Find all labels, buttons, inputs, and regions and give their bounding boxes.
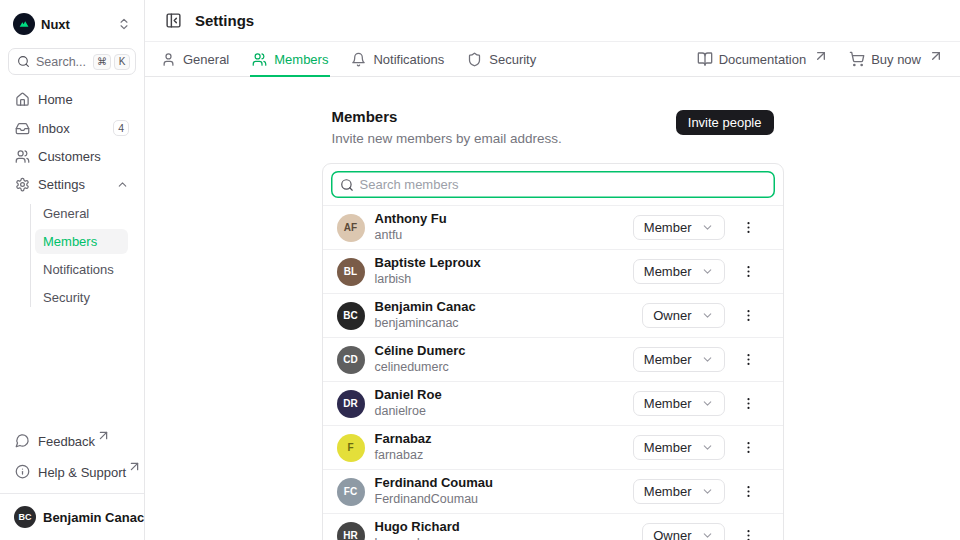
role-select[interactable]: Member — [633, 479, 725, 504]
users-icon — [252, 52, 267, 67]
app-window: Nuxt Search... ⌘K HomeInbox4CustomersSet… — [0, 0, 960, 540]
documentation-button[interactable]: Documentation — [697, 51, 829, 67]
bell-icon — [351, 52, 366, 67]
inbox-icon — [15, 121, 30, 136]
sidebar-item-inbox[interactable]: Inbox4 — [8, 115, 136, 141]
invite-people-button[interactable]: Invite people — [676, 110, 774, 135]
info-icon — [15, 464, 30, 479]
sidebar: Nuxt Search... ⌘K HomeInbox4CustomersSet… — [0, 0, 145, 540]
sidebar-item-home[interactable]: Home — [8, 87, 136, 112]
action-label: Documentation — [719, 52, 806, 67]
tab-label: Security — [489, 52, 536, 67]
sidebar-item-label: Home — [38, 92, 129, 107]
row-menu-button[interactable] — [738, 435, 760, 461]
chevron-down-icon — [701, 397, 714, 410]
member-row: DRDaniel RoedanielroeMember — [323, 382, 783, 426]
members-card: AFAnthony FuantfuMemberBLBaptiste Leprou… — [322, 163, 784, 540]
sidebar-item-general[interactable]: General — [35, 201, 128, 226]
inbox-count-badge: 4 — [113, 120, 129, 136]
kbd-key: ⌘ — [93, 54, 111, 70]
nuxt-logo-icon — [13, 13, 35, 35]
search-icon — [340, 178, 354, 192]
sidebar-item-customers[interactable]: Customers — [8, 144, 136, 169]
row-menu-button[interactable] — [738, 215, 760, 241]
role-value: Owner — [653, 308, 691, 323]
book-open-icon — [697, 51, 713, 67]
member-name: Hugo Richard — [375, 520, 460, 535]
chevron-down-icon — [701, 529, 714, 540]
settings-submenu: GeneralMembersNotificationsSecurity — [16, 201, 128, 310]
avatar: AF — [337, 214, 365, 242]
sidebar-item-settings[interactable]: Settings — [8, 172, 136, 197]
panel-left-close-icon — [165, 12, 182, 29]
user-name: Benjamin Canac — [43, 510, 144, 525]
row-menu-button[interactable] — [738, 391, 760, 417]
member-name: Ferdinand Coumau — [375, 476, 493, 491]
member-name: Daniel Roe — [375, 388, 442, 403]
member-row: FFarnabazfarnabazMember — [323, 426, 783, 470]
role-value: Member — [644, 220, 692, 235]
role-select[interactable]: Owner — [642, 523, 724, 540]
main-panel: Settings GeneralMembersNotificationsSecu… — [145, 0, 960, 540]
member-username: celinedumerc — [375, 360, 466, 375]
role-value: Member — [644, 396, 692, 411]
sidebar-item-security[interactable]: Security — [35, 285, 128, 310]
sidebar-search-button[interactable]: Search... ⌘K — [8, 48, 136, 75]
arrow-up-right-icon — [928, 48, 944, 64]
collapse-sidebar-button[interactable] — [160, 8, 186, 34]
shield-icon — [467, 52, 482, 67]
ellipsis-vertical-icon — [741, 352, 756, 367]
shopping-cart-icon — [849, 51, 865, 67]
sidebar-item-label: Customers — [38, 149, 129, 164]
buy-now-button[interactable]: Buy now — [849, 51, 944, 67]
member-row: BCBenjamin CanacbenjamincanacOwner — [323, 294, 783, 338]
tab-notifications[interactable]: Notifications — [351, 42, 444, 76]
ellipsis-vertical-icon — [741, 308, 756, 323]
member-username: hugorcd — [375, 536, 460, 540]
sidebar-item-members[interactable]: Members — [35, 229, 128, 254]
workspace-name: Nuxt — [41, 17, 111, 32]
search-placeholder: Search... — [36, 55, 87, 69]
ellipsis-vertical-icon — [741, 528, 756, 540]
sidebar-nav: HomeInbox4CustomersSettingsGeneralMember… — [8, 87, 136, 310]
avatar: CD — [337, 346, 365, 374]
row-menu-button[interactable] — [738, 523, 760, 540]
row-menu-button[interactable] — [738, 303, 760, 329]
member-row: CDCéline DumerccelinedumercMember — [323, 338, 783, 382]
tab-members[interactable]: Members — [252, 42, 328, 76]
role-select[interactable]: Member — [633, 347, 725, 372]
action-label: Buy now — [871, 52, 921, 67]
members-search-section — [323, 164, 783, 206]
role-select[interactable]: Member — [633, 259, 725, 284]
sidebar-item-notifications[interactable]: Notifications — [35, 257, 128, 282]
role-select[interactable]: Member — [633, 435, 725, 460]
row-menu-button[interactable] — [738, 259, 760, 285]
section-subtitle: Invite new members by email address. — [332, 131, 562, 146]
row-menu-button[interactable] — [738, 479, 760, 505]
kbd-key: K — [114, 54, 130, 70]
role-select[interactable]: Member — [633, 391, 725, 416]
avatar: BC — [14, 506, 36, 528]
role-value: Member — [644, 352, 692, 367]
user-menu[interactable]: BC Benjamin Canac — [8, 502, 136, 532]
tab-general[interactable]: General — [161, 42, 229, 76]
member-username: farnabaz — [375, 448, 432, 463]
tab-security[interactable]: Security — [467, 42, 536, 76]
arrow-up-right-icon — [96, 428, 111, 443]
sidebar-link-feedback[interactable]: Feedback — [8, 426, 136, 454]
workspace-switcher[interactable]: Nuxt — [8, 10, 136, 38]
page-title: Settings — [195, 12, 254, 29]
sidebar-link-help-support[interactable]: Help & Support — [8, 457, 136, 485]
role-select[interactable]: Owner — [642, 303, 724, 328]
member-name: Anthony Fu — [375, 212, 447, 227]
row-menu-button[interactable] — [738, 347, 760, 373]
section-title: Members — [332, 108, 562, 125]
member-username: FerdinandCoumau — [375, 492, 493, 507]
search-icon — [17, 55, 30, 68]
ellipsis-vertical-icon — [741, 484, 756, 499]
role-select[interactable]: Member — [633, 215, 725, 240]
search-members-input[interactable] — [331, 171, 775, 198]
chevron-down-icon — [701, 265, 714, 278]
arrow-up-right-icon — [813, 48, 829, 64]
sidebar-link-label: Feedback — [38, 431, 129, 449]
